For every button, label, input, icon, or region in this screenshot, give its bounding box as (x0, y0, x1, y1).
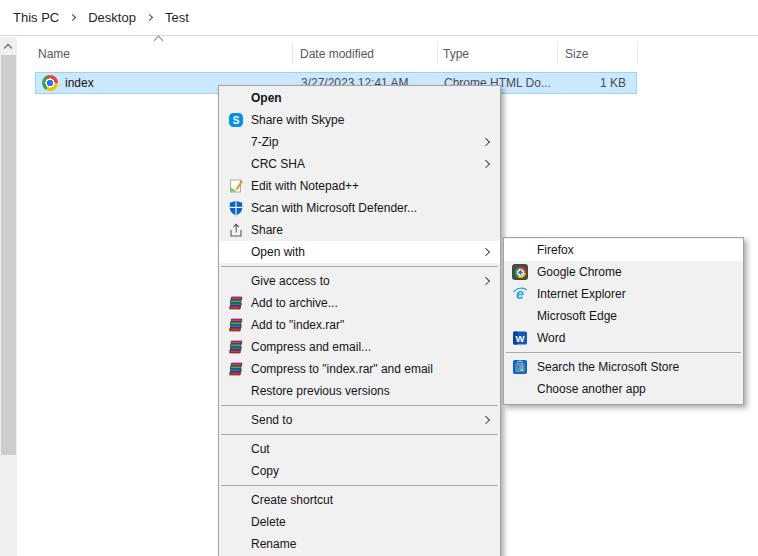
notepad-plus-plus-icon (228, 178, 244, 194)
submenu-item-choose-another-app[interactable]: Choose another app (504, 378, 743, 400)
firefox-icon (512, 242, 528, 258)
menu-item-compress-and-email[interactable]: Compress and email... (219, 336, 500, 358)
internet-explorer-icon: e (512, 286, 528, 302)
submenu-item-search-microsoft-store[interactable]: Search the Microsoft Store (504, 356, 743, 378)
open-with-submenu: Firefox Google Chrome e Internet Explore… (503, 237, 744, 405)
breadcrumb-this-pc[interactable]: This PC (9, 7, 63, 28)
explorer-window: This PC Desktop Test Name Date modified … (0, 0, 758, 556)
menu-item-restore-previous-versions[interactable]: Restore previous versions (219, 380, 500, 402)
submenu-item-google-chrome[interactable]: Google Chrome (504, 261, 743, 283)
chevron-right-icon[interactable] (69, 14, 76, 21)
menu-item-compress-to-index-rar-and-email[interactable]: Compress to "index.rar" and email (219, 358, 500, 380)
share-icon (228, 222, 244, 238)
menu-item-edit-with-notepad-plus-plus[interactable]: Edit with Notepad++ (219, 175, 500, 197)
submenu-item-word[interactable]: W Word (504, 327, 743, 349)
menu-item-7-zip[interactable]: 7-Zip (219, 131, 500, 153)
scrollbar-thumb[interactable] (1, 55, 16, 455)
defender-shield-icon (228, 200, 244, 216)
menu-item-share-with-skype[interactable]: S Share with Skype (219, 109, 500, 131)
column-header-name[interactable]: Name (38, 42, 70, 66)
menu-separator (506, 352, 741, 353)
winrar-icon (228, 295, 244, 311)
sort-ascending-icon (154, 36, 164, 46)
submenu-chevron-icon (481, 277, 489, 285)
chevron-right-icon[interactable] (146, 14, 153, 21)
nav-pane-scrollbar[interactable] (0, 37, 17, 556)
breadcrumb-desktop[interactable]: Desktop (84, 7, 140, 28)
chrome-icon (512, 264, 528, 280)
menu-item-open[interactable]: Open (219, 87, 500, 109)
file-size: 1 KB (600, 73, 626, 93)
menu-item-give-access-to[interactable]: Give access to (219, 270, 500, 292)
column-header-size[interactable]: Size (565, 42, 588, 66)
winrar-icon (228, 339, 244, 355)
menu-separator (221, 434, 498, 435)
winrar-icon (228, 317, 244, 333)
menu-item-crc-sha[interactable]: CRC SHA (219, 153, 500, 175)
menu-item-add-to-index-rar[interactable]: Add to "index.rar" (219, 314, 500, 336)
menu-item-add-to-archive[interactable]: Add to archive... (219, 292, 500, 314)
submenu-chevron-icon (481, 248, 489, 256)
menu-item-cut[interactable]: Cut (219, 438, 500, 460)
winrar-icon (228, 361, 244, 377)
menu-separator (221, 405, 498, 406)
menu-separator (221, 266, 498, 267)
column-header-date-modified[interactable]: Date modified (300, 42, 374, 66)
chrome-icon (42, 75, 58, 91)
column-header-type[interactable]: Type (443, 42, 469, 66)
menu-item-open-with[interactable]: Open with (219, 241, 500, 263)
menu-item-send-to[interactable]: Send to (219, 409, 500, 431)
menu-item-share[interactable]: Share (219, 219, 500, 241)
breadcrumb: This PC Desktop Test (0, 0, 758, 36)
column-divider[interactable] (292, 43, 293, 64)
submenu-chevron-icon (481, 138, 489, 146)
column-divider[interactable] (557, 43, 558, 64)
menu-item-scan-with-defender[interactable]: Scan with Microsoft Defender... (219, 197, 500, 219)
file-name: index (65, 76, 94, 90)
edge-icon (512, 308, 528, 324)
microsoft-store-icon (512, 359, 528, 375)
menu-item-rename[interactable]: Rename (219, 533, 500, 555)
scroll-up-icon[interactable] (4, 44, 12, 52)
submenu-item-firefox[interactable]: Firefox (504, 239, 743, 261)
breadcrumb-test[interactable]: Test (161, 7, 193, 28)
svg-text:W: W (516, 333, 525, 344)
menu-item-delete[interactable]: Delete (219, 511, 500, 533)
menu-item-copy[interactable]: Copy (219, 460, 500, 482)
submenu-chevron-icon (481, 160, 489, 168)
submenu-item-internet-explorer[interactable]: e Internet Explorer (504, 283, 743, 305)
skype-icon: S (228, 112, 244, 128)
svg-text:S: S (233, 115, 240, 126)
word-icon: W (512, 330, 528, 346)
column-divider[interactable] (637, 43, 638, 64)
submenu-chevron-icon (481, 416, 489, 424)
menu-item-create-shortcut[interactable]: Create shortcut (219, 489, 500, 511)
column-divider[interactable] (437, 43, 438, 64)
menu-separator (221, 485, 498, 486)
context-menu: Open S Share with Skype 7-Zip CRC SHA Ed… (218, 85, 501, 556)
submenu-item-microsoft-edge[interactable]: Microsoft Edge (504, 305, 743, 327)
